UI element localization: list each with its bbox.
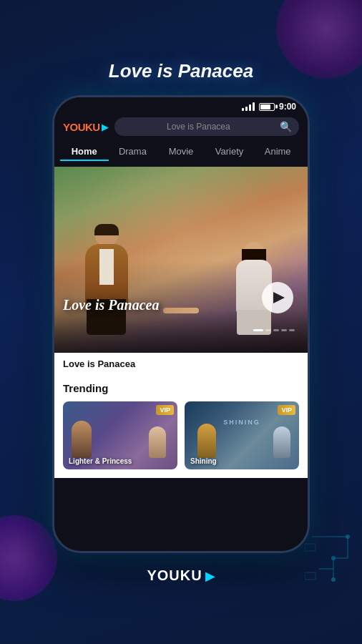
- search-placeholder-text: Love is Panacea: [122, 122, 275, 132]
- status-time: 9:00: [279, 102, 296, 112]
- card2-vip-badge: VIP: [278, 405, 295, 415]
- card1-person2: [149, 426, 166, 458]
- trending-card-2[interactable]: SHINING VIP Shining: [185, 401, 299, 469]
- bottom-logo-bar: YOUKU ▶: [147, 567, 215, 584]
- hero-script-title: Love is Panacea: [63, 297, 159, 313]
- card1-title: Lighter & Princess: [69, 457, 132, 465]
- card1-person1: [72, 421, 92, 458]
- card1-vip-badge: VIP: [156, 405, 174, 415]
- card2-person2: [273, 426, 290, 458]
- indicator-3: [273, 329, 279, 331]
- signal-icon: [242, 102, 255, 111]
- search-bar[interactable]: Love is Panacea 🔍: [114, 117, 299, 136]
- signal-bar-3: [249, 104, 251, 111]
- circuit-decoration-right: [305, 530, 355, 587]
- indicator-4: [281, 329, 287, 331]
- card2-person1: [197, 424, 216, 458]
- battery-icon: [259, 103, 275, 111]
- signal-bar-1: [242, 108, 244, 111]
- indicator-1: [253, 329, 263, 331]
- tab-anime[interactable]: Anime: [253, 143, 302, 161]
- trending-card-1[interactable]: VIP Lighter & Princess: [63, 401, 177, 469]
- svg-point-5: [346, 535, 350, 539]
- bottom-youku-text: YOUKU: [147, 567, 202, 584]
- tab-drama[interactable]: Drama: [109, 143, 157, 161]
- bg-circle-top: [276, 0, 362, 79]
- play-button[interactable]: [262, 282, 293, 313]
- status-bar: 9:00: [54, 97, 308, 113]
- indicator-5: [289, 329, 295, 331]
- hero-image: Love is Panacea: [54, 167, 308, 353]
- search-icon: 🔍: [280, 121, 292, 132]
- card2-title: Shining: [190, 457, 217, 465]
- youku-logo[interactable]: YOUKU ▶: [63, 121, 109, 133]
- trending-section: Trending VIP Lighter & Princess: [54, 375, 308, 478]
- battery-fill: [260, 104, 270, 109]
- app-header: YOUKU ▶ Love is Panacea 🔍: [54, 113, 308, 140]
- banner-indicators: [253, 329, 295, 331]
- signal-bar-4: [253, 102, 255, 111]
- banner-title-text: Love is Panacea: [63, 358, 135, 369]
- trending-grid: VIP Lighter & Princess SHINING VIP Shini…: [63, 401, 299, 469]
- youku-logo-text: YOUKU: [63, 121, 100, 133]
- svg-point-6: [331, 556, 336, 560]
- tab-home[interactable]: Home: [60, 143, 109, 161]
- nav-tabs: Home Drama Movie Variety Anime: [54, 140, 308, 167]
- phone-frame: 9:00 YOUKU ▶ Love is Panacea 🔍 Home Dram…: [52, 95, 310, 553]
- tab-movie[interactable]: Movie: [157, 143, 205, 161]
- page-title: Love is Panacea: [109, 60, 253, 82]
- svg-rect-9: [305, 572, 315, 580]
- card2-label: SHINING: [223, 419, 260, 426]
- bottom-youku-arrow-icon: ▶: [205, 568, 215, 584]
- signal-bar-2: [245, 107, 248, 111]
- youku-logo-arrow: ▶: [102, 122, 109, 132]
- banner-title-bar: Love is Panacea: [54, 353, 308, 375]
- svg-point-7: [331, 577, 336, 582]
- indicator-2: [265, 329, 271, 331]
- trending-title: Trending: [63, 382, 299, 394]
- phone-screen: 9:00 YOUKU ▶ Love is Panacea 🔍 Home Dram…: [54, 97, 308, 551]
- bg-circle-bottom-left: [0, 515, 57, 601]
- play-triangle-icon: [273, 292, 285, 303]
- hero-banner: Love is Panacea: [54, 167, 308, 353]
- tab-variety[interactable]: Variety: [205, 143, 254, 161]
